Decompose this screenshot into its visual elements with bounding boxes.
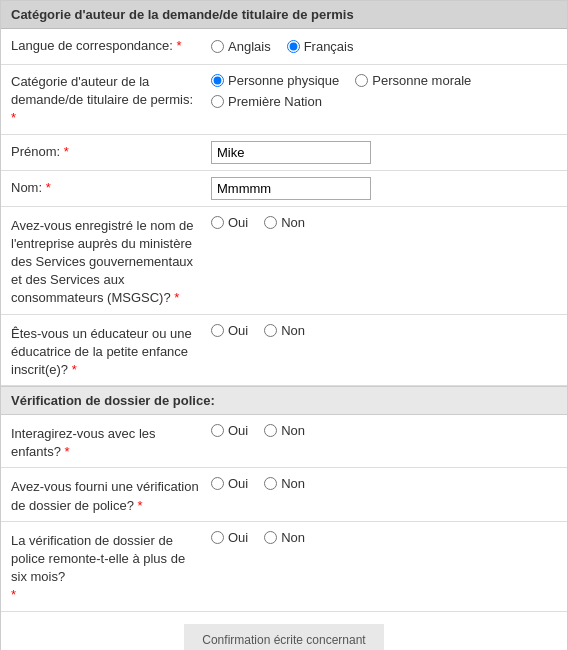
categorie-row: Catégorie d'auteur de la demande/de titu…	[1, 65, 567, 135]
categorie-physique-label[interactable]: Personne physique	[228, 73, 339, 88]
categorie-morale-label[interactable]: Personne morale	[372, 73, 471, 88]
categorie-label: Catégorie d'auteur de la demande/de titu…	[11, 73, 211, 128]
confirmation-button[interactable]: Confirmation écrite concernant le formul…	[184, 624, 384, 650]
langue-anglais-label[interactable]: Anglais	[228, 39, 271, 54]
educateur-oui-label[interactable]: Oui	[228, 323, 248, 338]
enfants-oui-label[interactable]: Oui	[228, 423, 248, 438]
remonte-non-radio[interactable]	[264, 531, 277, 544]
categorie-morale-group: Personne morale	[355, 73, 471, 88]
fourni-label: Avez-vous fourni une vérification de dos…	[11, 476, 211, 514]
extra-buttons-area: Confirmation écrite concernant le formul…	[1, 612, 567, 650]
nom-label: Nom: *	[11, 179, 211, 197]
remonte-label: La vérification de dossier de police rem…	[11, 530, 211, 605]
entreprise-non-group: Non	[264, 215, 305, 230]
langue-anglais-group: Anglais	[211, 39, 271, 54]
enfants-non-group: Non	[264, 423, 305, 438]
fourni-non-group: Non	[264, 476, 305, 491]
prenom-control	[211, 141, 557, 164]
langue-controls: Anglais Français	[211, 39, 557, 54]
enfants-oui-group: Oui	[211, 423, 248, 438]
police-section-title: Vérification de dossier de police:	[11, 393, 215, 408]
enfants-non-label[interactable]: Non	[281, 423, 305, 438]
educateur-controls: Oui Non	[211, 323, 557, 338]
entreprise-oui-group: Oui	[211, 215, 248, 230]
educateur-oui-radio[interactable]	[211, 324, 224, 337]
fourni-oui-label[interactable]: Oui	[228, 476, 248, 491]
remonte-non-group: Non	[264, 530, 305, 545]
educateur-row: Êtes-vous un éducateur ou une éducatrice…	[1, 315, 567, 387]
entreprise-oui-label[interactable]: Oui	[228, 215, 248, 230]
enfants-controls: Oui Non	[211, 423, 557, 438]
prenom-label: Prénom: *	[11, 143, 211, 161]
categorie-physique-radio[interactable]	[211, 74, 224, 87]
enfants-non-radio[interactable]	[264, 424, 277, 437]
educateur-non-group: Non	[264, 323, 305, 338]
prenom-input[interactable]	[211, 141, 371, 164]
educateur-non-label[interactable]: Non	[281, 323, 305, 338]
langue-francais-group: Français	[287, 39, 354, 54]
prenom-row: Prénom: *	[1, 135, 567, 171]
section-title: Catégorie d'auteur de la demande/de titu…	[11, 7, 354, 22]
educateur-label: Êtes-vous un éducateur ou une éducatrice…	[11, 323, 211, 380]
langue-anglais-radio[interactable]	[211, 40, 224, 53]
remonte-controls: Oui Non	[211, 530, 557, 545]
educateur-oui-group: Oui	[211, 323, 248, 338]
entreprise-non-label[interactable]: Non	[281, 215, 305, 230]
educateur-non-radio[interactable]	[264, 324, 277, 337]
section-header: Catégorie d'auteur de la demande/de titu…	[1, 1, 567, 29]
langue-francais-label[interactable]: Français	[304, 39, 354, 54]
remonte-oui-label[interactable]: Oui	[228, 530, 248, 545]
remonte-row: La vérification de dossier de police rem…	[1, 522, 567, 612]
langue-row: Langue de correspondance: * Anglais Fran…	[1, 29, 567, 65]
langue-francais-radio[interactable]	[287, 40, 300, 53]
categorie-morale-radio[interactable]	[355, 74, 368, 87]
remonte-non-label[interactable]: Non	[281, 530, 305, 545]
categorie-controls: Personne physique Personne morale Premiè…	[211, 73, 557, 109]
enfants-label: Interagirez-vous avec les enfants? *	[11, 423, 211, 461]
categorie-nation-label[interactable]: Première Nation	[228, 94, 322, 109]
entreprise-row: Avez-vous enregistré le nom de l'entrepr…	[1, 207, 567, 315]
langue-label: Langue de correspondance: *	[11, 37, 211, 55]
fourni-non-radio[interactable]	[264, 477, 277, 490]
nom-control	[211, 177, 557, 200]
police-section-header: Vérification de dossier de police:	[1, 386, 567, 415]
entreprise-controls: Oui Non	[211, 215, 557, 230]
enfants-oui-radio[interactable]	[211, 424, 224, 437]
fourni-controls: Oui Non	[211, 476, 557, 491]
entreprise-label: Avez-vous enregistré le nom de l'entrepr…	[11, 215, 211, 308]
categorie-nation-group: Première Nation	[211, 94, 322, 109]
fourni-row: Avez-vous fourni une vérification de dos…	[1, 468, 567, 521]
nom-row: Nom: *	[1, 171, 567, 207]
categorie-nation-radio[interactable]	[211, 95, 224, 108]
fourni-non-label[interactable]: Non	[281, 476, 305, 491]
fourni-oui-radio[interactable]	[211, 477, 224, 490]
fourni-oui-group: Oui	[211, 476, 248, 491]
enfants-row: Interagirez-vous avec les enfants? * Oui…	[1, 415, 567, 468]
entreprise-oui-radio[interactable]	[211, 216, 224, 229]
remonte-oui-group: Oui	[211, 530, 248, 545]
entreprise-non-radio[interactable]	[264, 216, 277, 229]
categorie-physique-group: Personne physique	[211, 73, 339, 88]
nom-input[interactable]	[211, 177, 371, 200]
remonte-oui-radio[interactable]	[211, 531, 224, 544]
